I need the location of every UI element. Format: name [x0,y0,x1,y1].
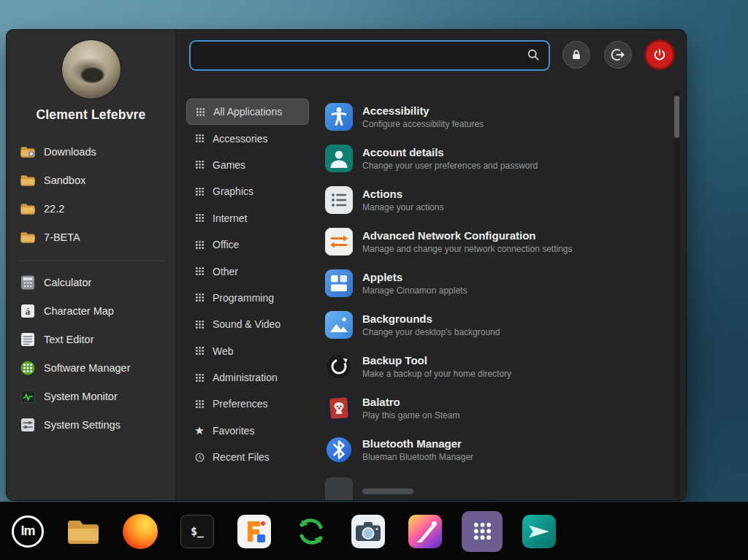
search-input[interactable] [189,40,550,71]
category-label: Other [213,266,238,277]
app-row-applets[interactable]: Applets Manage Cinnamon applets [325,262,668,304]
app-description: Manage Cinnamon applets [362,285,467,296]
category-label: Web [213,345,234,357]
sidebar-item-label: 22.2 [44,203,64,215]
app-menu-launcher[interactable] [462,511,503,552]
backup-tool-icon [325,353,353,380]
category-graphics[interactable]: Graphics [186,178,309,204]
mint-logo-icon[interactable]: lm [12,515,44,548]
sidebar-item-text-editor[interactable]: Text Editor [7,325,175,353]
category-other[interactable]: Other [186,258,309,284]
sidebar-item-software-manager[interactable]: Software Manager [7,353,175,382]
category-programming[interactable]: Programming [186,285,309,311]
app-row-actions[interactable]: Actions Manage your actions [325,179,668,220]
category-label: Graphics [213,185,253,197]
app-row-bluetooth-manager[interactable]: Bluetooth Manager Blueman Bluetooth Mana… [325,429,668,470]
sidebar-item-sandbox[interactable]: Sandbox [7,166,175,194]
backgrounds-icon [325,311,353,339]
sidebar-item-label: Downloads [44,146,96,158]
category-sound-video[interactable]: Sound & Video [186,311,309,337]
app-row-backup-tool[interactable]: Backup Tool Make a backup of your home d… [325,345,668,387]
app-row-backgrounds[interactable]: Backgrounds Change your desktop's backgr… [325,304,668,345]
network-configuration-icon [325,228,353,256]
category-label: Sound & Video [213,318,280,330]
grid-icon [194,399,205,409]
text-editor-icon [20,331,36,348]
category-recent-files[interactable]: Recent Files [186,444,309,470]
app-title: Bluetooth Manager [362,437,473,450]
power-button[interactable] [644,39,675,70]
grid-icon [194,187,205,196]
app-title: Balatro [362,396,459,408]
update-manager-launcher[interactable] [291,511,332,552]
software-manager-icon [20,360,36,376]
folder-icon [20,231,36,244]
category-favorites[interactable]: ★ Favorites [186,418,309,444]
terminal-icon: $_ [180,515,214,548]
sidebar-item-7-beta[interactable]: 7-BETA [7,223,175,251]
app-row-partial[interactable] [325,470,668,501]
drawing-app-launcher[interactable] [405,511,446,552]
calculator-icon [20,275,36,291]
app-row-account-details[interactable]: Account details Change your user prefere… [325,137,668,179]
firefox-launcher[interactable] [120,511,161,552]
category-games[interactable]: Games [186,152,309,178]
scrollbar-track[interactable] [674,90,679,497]
category-all-applications[interactable]: All Applications [186,99,309,125]
category-label: Internet [213,212,247,224]
avatar[interactable] [62,40,121,99]
sidebar-item-label: 7-BETA [44,231,80,243]
category-accessories[interactable]: Accessories [186,125,309,151]
screenshot-launcher[interactable] [348,511,389,552]
app-title: Accessibility [362,104,484,117]
category-label: Recent Files [213,451,270,463]
sidebar-item-label: Software Manager [44,362,130,374]
application-list: Accessibility Configure accessibility fe… [325,96,668,501]
category-office[interactable]: Office [186,231,309,258]
grid-icon [194,107,206,117]
sidebar-item-label: Sandbox [44,174,85,186]
grid-icon [194,320,205,329]
sidebar-item-character-map[interactable]: á Character Map [7,296,175,325]
app-title: Backgrounds [362,312,500,325]
warpinator-icon [522,515,556,548]
sidebar-item-calculator[interactable]: Calculator [7,268,175,296]
lock-button[interactable] [562,41,590,69]
orange-f-app-icon [237,515,271,548]
app-row-balatro[interactable]: Balatro Play this game on Steam [325,387,668,429]
app-title: Backup Tool [362,354,511,367]
app-title: Actions [362,188,443,200]
grid-icon [194,134,205,143]
scrollbar-thumb[interactable] [674,96,679,138]
category-administration[interactable]: Administration [186,364,309,391]
file-manager-launcher[interactable] [63,511,104,552]
lock-icon [570,48,583,61]
app-description: Blueman Bluetooth Manager [362,452,473,462]
category-label: Preferences [213,398,267,410]
folder-icon [20,174,36,187]
logout-button[interactable] [604,41,632,69]
category-internet[interactable]: Internet [186,205,309,231]
sidebar-item-system-settings[interactable]: System Settings [7,410,175,439]
app-row-accessibility[interactable]: Accessibility Configure accessibility fe… [325,96,668,137]
category-label: All Applications [213,106,282,118]
grid-icon [194,346,205,356]
terminal-launcher[interactable]: $_ [177,511,218,552]
app-title: Account details [362,146,538,158]
account-details-icon [325,145,353,172]
sidebar-item-label: Calculator [44,277,91,288]
user-name: Clement Lefebvre [7,107,175,123]
sidebar-item-system-monitor[interactable]: System Monitor [7,382,175,410]
menu-window: Clement Lefebvre Downloads Sandbox 22.2 [6,29,687,501]
orange-f-app-launcher[interactable] [234,511,275,552]
sidebar-item-downloads[interactable]: Downloads [7,137,175,166]
sidebar-item-22-2[interactable]: 22.2 [7,194,175,223]
category-list: All Applications Accessories Games Graph… [186,99,309,470]
warpinator-launcher[interactable] [519,511,560,552]
category-web[interactable]: Web [186,338,309,364]
app-description: Change your user preferences and passwor… [362,161,538,171]
category-preferences[interactable]: Preferences [186,391,309,417]
power-icon [652,47,667,62]
app-row-advanced-network-configuration[interactable]: Advanced Network Configuration Manage an… [325,220,668,262]
sidebar-item-label: System Settings [44,419,121,431]
